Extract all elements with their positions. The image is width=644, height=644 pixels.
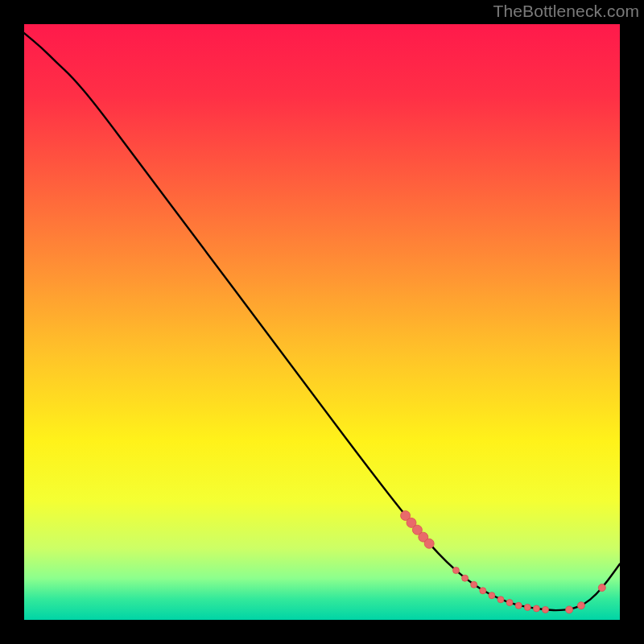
curve-marker	[453, 568, 460, 574]
attribution-text: TheBottleneck.com	[493, 2, 639, 21]
curve-marker	[471, 581, 477, 588]
curve-marker	[566, 606, 573, 613]
curve-marker	[424, 539, 434, 548]
bottleneck-chart	[0, 0, 644, 644]
curve-marker	[489, 592, 495, 599]
curve-marker	[598, 584, 605, 592]
curve-marker	[577, 602, 584, 609]
curve-marker	[533, 605, 539, 612]
curve-marker	[543, 606, 549, 613]
curve-marker	[497, 597, 504, 603]
curve-marker	[480, 588, 486, 594]
curve-marker	[515, 602, 522, 609]
curve-marker	[506, 600, 513, 606]
plot-background	[24, 24, 620, 620]
curve-marker	[524, 604, 530, 610]
curve-marker	[462, 575, 469, 581]
